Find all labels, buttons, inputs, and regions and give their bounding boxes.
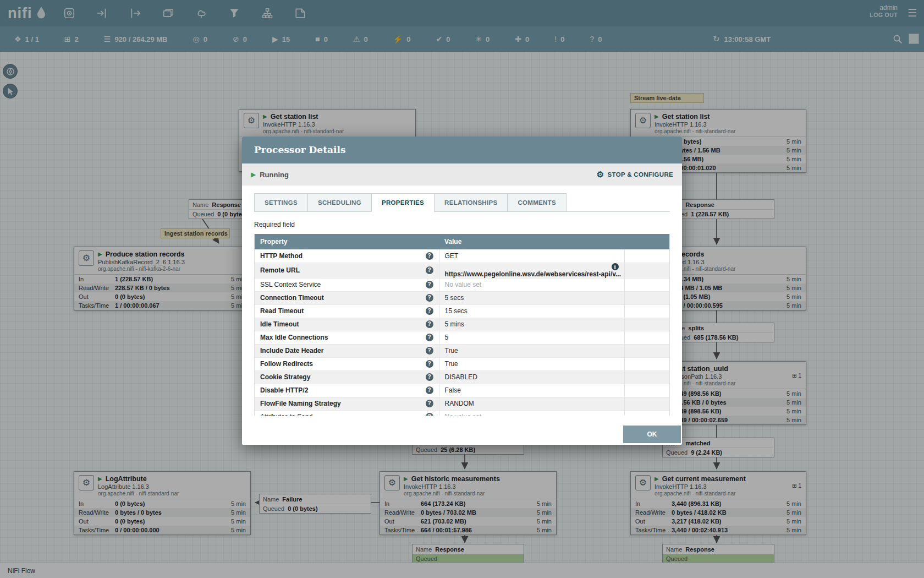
property-row: ? HTTP Method i GET	[255, 249, 670, 263]
running-icon: ▶	[251, 171, 256, 178]
property-name: Idle Timeout	[260, 320, 299, 328]
dialog-tab[interactable]: SETTINGS	[254, 193, 308, 212]
help-icon[interactable]: ?	[426, 347, 433, 355]
help-icon[interactable]: ?	[426, 334, 433, 341]
ok-button[interactable]: OK	[623, 426, 681, 443]
dialog-tab[interactable]: RELATIONSHIPS	[434, 193, 508, 212]
property-row: ? Connection Timeout i 5 secs	[255, 291, 670, 304]
dialog-tab[interactable]: SCHEDULING	[307, 193, 372, 212]
help-icon[interactable]: ?	[426, 281, 433, 288]
property-name: Cookie Strategy	[260, 373, 310, 381]
property-value: True	[445, 360, 458, 368]
property-row: ? FlowFile Naming Strategy i RANDOM	[255, 397, 670, 410]
property-row: ? Disable HTTP/2 i False	[255, 384, 670, 397]
run-status-label: Running	[260, 171, 289, 179]
property-row: ? Max Idle Connections i 5	[255, 331, 670, 344]
property-value: 5 secs	[445, 294, 464, 302]
property-row: ? Follow Redirects i True	[255, 357, 670, 370]
value-column-header: Value	[439, 234, 624, 249]
dialog-title: Processor Details	[242, 137, 682, 163]
empty-column-header	[624, 234, 670, 249]
stop-and-configure-button[interactable]: ⚙ STOP & CONFIGURE	[597, 170, 673, 179]
property-row: ? Attributes to Send i No value set	[255, 410, 670, 416]
properties-table: Property Value ? HTTP Method i GET	[254, 234, 670, 416]
property-row: ? Include Date Header i True	[255, 344, 670, 357]
property-value: DISABLED	[445, 373, 477, 381]
property-name: Disable HTTP/2	[260, 386, 308, 394]
property-name: Connection Timeout	[260, 294, 324, 302]
help-icon[interactable]: ?	[426, 252, 433, 260]
property-value: RANDOM	[445, 400, 474, 407]
help-icon[interactable]: ?	[426, 386, 433, 394]
property-row: ? SSL Context Service i No value set	[255, 278, 670, 291]
property-name: FlowFile Naming Strategy	[260, 400, 341, 407]
property-row: ? Remote URL i https://www.pegelonline.w…	[255, 263, 670, 278]
property-column-header: Property	[255, 234, 439, 249]
property-name: Read Timeout	[260, 307, 304, 315]
help-icon[interactable]: ?	[426, 373, 433, 381]
property-name: SSL Context Service	[260, 281, 321, 288]
property-value: https://www.pegelonline.wsv.de/webservic…	[445, 270, 622, 278]
property-row: ? Idle Timeout i 5 mins	[255, 318, 670, 331]
property-value: GET	[445, 252, 459, 260]
help-icon[interactable]: ?	[426, 413, 433, 416]
property-name: Max Idle Connections	[260, 334, 328, 341]
property-value: 15 secs	[445, 307, 468, 315]
info-icon[interactable]: i	[612, 263, 619, 270]
help-icon[interactable]: ?	[426, 307, 433, 315]
property-value: 5 mins	[445, 320, 464, 328]
stop-configure-icon: ⚙	[597, 170, 604, 179]
help-icon[interactable]: ?	[426, 400, 433, 407]
help-icon[interactable]: ?	[426, 320, 433, 328]
dialog-tabs: SETTINGS SCHEDULING PROPERTIES RELATIONS…	[254, 193, 670, 212]
property-name: HTTP Method	[260, 252, 302, 260]
property-value: No value set	[445, 413, 482, 416]
property-value: 5	[445, 334, 449, 341]
dialog-status-bar: ▶ Running ⚙ STOP & CONFIGURE	[242, 163, 682, 186]
property-row: ? Cookie Strategy i DISABLED	[255, 370, 670, 384]
dialog-tab[interactable]: COMMENTS	[507, 193, 566, 212]
property-name: Remote URL	[260, 266, 300, 274]
property-name: Attributes to Send	[260, 413, 312, 416]
property-name: Include Date Header	[260, 347, 323, 355]
required-field-note: Required field	[254, 221, 670, 228]
help-icon[interactable]: ?	[426, 266, 433, 274]
property-value: No value set	[445, 281, 482, 288]
stop-configure-label: STOP & CONFIGURE	[608, 171, 673, 178]
property-value: True	[445, 347, 458, 355]
dialog-tab[interactable]: PROPERTIES	[371, 193, 435, 212]
help-icon[interactable]: ?	[426, 294, 433, 302]
property-name: Follow Redirects	[260, 360, 313, 368]
property-value: False	[445, 386, 461, 394]
property-row: ? Read Timeout i 15 secs	[255, 304, 670, 318]
help-icon[interactable]: ?	[426, 360, 433, 368]
processor-details-dialog: Processor Details ▶ Running ⚙ STOP & CON…	[242, 137, 682, 445]
